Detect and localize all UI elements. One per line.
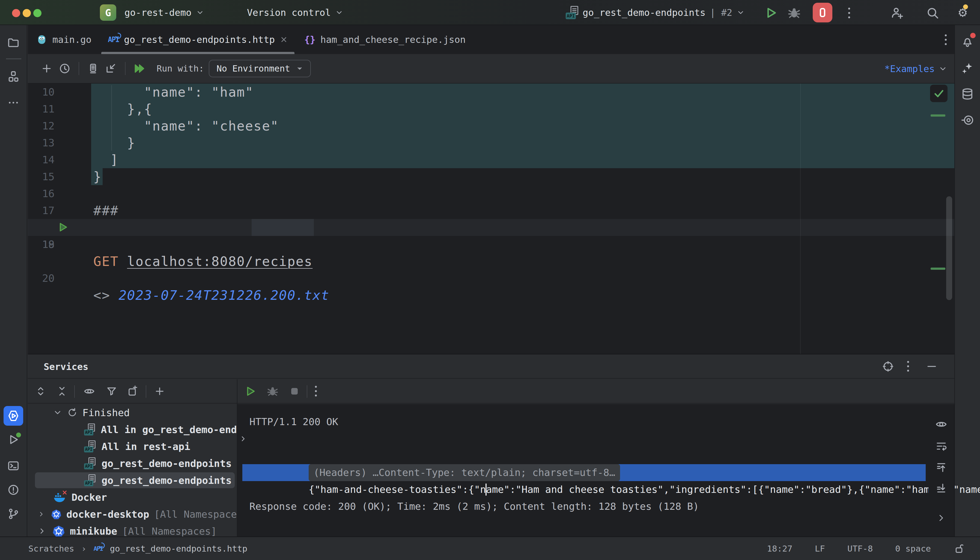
- error-stripe-mark: [930, 114, 945, 117]
- search-everywhere-button[interactable]: [926, 6, 939, 20]
- tree-node-request[interactable]: API All in rest-api: [28, 438, 237, 455]
- http-request-icon: API: [108, 35, 119, 44]
- editor-scrollbar[interactable]: [946, 196, 952, 300]
- inspections-status-widget[interactable]: [930, 85, 947, 102]
- project-logo: G: [100, 4, 116, 21]
- tree-node-request-selected[interactable]: API go_rest_demo-endpoints: [28, 472, 237, 489]
- tree-node-finished[interactable]: Finished: [28, 404, 237, 421]
- expand-all-button[interactable]: [32, 382, 50, 400]
- chevron-down-icon[interactable]: [53, 408, 62, 417]
- run-configuration-selector[interactable]: API go_rest_demo-endpoints | #2: [566, 0, 745, 25]
- response-console[interactable]: HTTP/1.1 200 OK (Headers) …Content-Type:…: [238, 404, 929, 537]
- code-with-me-button[interactable]: [890, 6, 904, 20]
- ai-assistant-button[interactable]: [958, 58, 977, 78]
- panel-options-button[interactable]: [907, 361, 909, 372]
- tree-node-kubernetes[interactable]: docker-desktop [All Namespace: [28, 506, 237, 523]
- vcs-menu[interactable]: Version control: [247, 0, 343, 25]
- tree-node-docker[interactable]: Docker: [28, 489, 237, 506]
- api-file-icon: API: [84, 440, 96, 452]
- import-requests-button[interactable]: [102, 60, 120, 78]
- http-request-icon: API: [94, 545, 103, 552]
- notification-badge: [970, 33, 976, 38]
- maximize-window-button[interactable]: [33, 9, 42, 17]
- response-toolbar: [929, 404, 954, 537]
- examples-dropdown[interactable]: *Examples: [884, 54, 947, 83]
- add-service-button[interactable]: [151, 382, 169, 400]
- response-summary-line: Response code: 200 (OK); Time: 2ms (2 ms…: [238, 498, 929, 515]
- tab-json-file[interactable]: {} ham_and_cheese_recipe.json: [296, 25, 474, 54]
- api-file-icon: API: [84, 423, 96, 435]
- json-file-icon: {}: [304, 34, 316, 45]
- breadcrumb[interactable]: Scratches › API go_rest_demo-endpoints.h…: [0, 543, 247, 553]
- indent-widget[interactable]: 0 space: [895, 543, 931, 553]
- request-history-button[interactable]: [56, 60, 74, 78]
- toolbar-separator: [307, 385, 307, 398]
- services-tool-button[interactable]: [3, 406, 23, 426]
- more-tool-windows-button[interactable]: [3, 93, 23, 112]
- stop-button[interactable]: [813, 3, 832, 22]
- chevron-right-icon[interactable]: [38, 527, 47, 535]
- add-request-button[interactable]: [38, 60, 56, 78]
- show-options-button[interactable]: [882, 360, 894, 372]
- filter-button[interactable]: [103, 382, 121, 400]
- debug-request-button[interactable]: [264, 382, 282, 400]
- readonly-toggle[interactable]: [953, 543, 965, 554]
- environment-selector[interactable]: No Environment: [209, 60, 311, 77]
- debug-button[interactable]: [787, 6, 801, 20]
- collapse-all-button[interactable]: [53, 382, 71, 400]
- tree-node-request[interactable]: API go_rest_demo-endpoints: [28, 455, 237, 472]
- response-file-link[interactable]: 2023-07-24T231226.200.txt: [119, 288, 329, 303]
- endpoints-button[interactable]: [958, 110, 977, 130]
- close-window-button[interactable]: [12, 9, 20, 17]
- scroll-to-bottom-button[interactable]: [935, 482, 947, 494]
- view-options-button[interactable]: [80, 382, 98, 400]
- project-tool-button[interactable]: [3, 33, 23, 52]
- run-all-requests-button[interactable]: [130, 60, 148, 78]
- notifications-button[interactable]: [958, 31, 977, 51]
- run-active-badge: [16, 432, 21, 437]
- error-stripe-mark: [930, 268, 945, 270]
- expand-panel-button[interactable]: [936, 513, 947, 523]
- more-actions-button[interactable]: [315, 386, 317, 397]
- tab-main-go[interactable]: main.go: [28, 25, 100, 54]
- soft-wrap-button[interactable]: [935, 440, 947, 452]
- preview-options-button[interactable]: [935, 418, 947, 430]
- copy-request-button[interactable]: [84, 60, 102, 78]
- run-request-gutter-icon[interactable]: [57, 221, 69, 233]
- structure-tool-button[interactable]: [3, 67, 23, 86]
- tree-node-request[interactable]: API All in go_rest_demo-end: [28, 421, 237, 438]
- text-caret: [485, 483, 487, 495]
- ide-window: G go-rest-demo Version control API go_re…: [0, 0, 980, 560]
- project-menu[interactable]: go-rest-demo: [125, 0, 204, 25]
- services-toolbar: [28, 379, 954, 403]
- stop-request-button[interactable]: [286, 382, 304, 400]
- problems-tool-button[interactable]: [3, 480, 23, 500]
- tab-options-button[interactable]: [945, 34, 947, 45]
- encoding-widget[interactable]: UTF-8: [847, 543, 873, 553]
- chevron-right-icon[interactable]: [38, 510, 45, 518]
- tab-http-file[interactable]: API go_rest_demo-endpoints.http: [100, 25, 296, 54]
- editor-pane[interactable]: 10 "name": "ham" 11 },{ 12 "name": "chee…: [28, 83, 954, 354]
- services-header[interactable]: Services: [28, 354, 954, 379]
- run-button[interactable]: [764, 6, 778, 20]
- caret-position-widget[interactable]: 18:27: [767, 543, 792, 553]
- hide-panel-button[interactable]: [926, 360, 938, 372]
- terminal-tool-button[interactable]: [3, 456, 23, 476]
- close-icon[interactable]: [280, 35, 288, 44]
- scroll-to-top-button[interactable]: [935, 462, 947, 473]
- disconnected-badge: [61, 490, 68, 495]
- version-control-tool-button[interactable]: [3, 504, 23, 524]
- response-file-line: 20 <> 2023-07-24T231226.200.txt: [28, 253, 954, 270]
- api-file-icon: API: [84, 474, 96, 486]
- services-title: Services: [44, 354, 88, 379]
- run-tool-button[interactable]: [3, 430, 23, 449]
- settings-button[interactable]: ⚙: [958, 4, 967, 20]
- minimize-window-button[interactable]: [23, 9, 31, 17]
- rerun-request-button[interactable]: [241, 382, 259, 400]
- line-separator-widget[interactable]: LF: [815, 543, 825, 553]
- open-in-new-tab-button[interactable]: [124, 382, 142, 400]
- database-button[interactable]: [958, 84, 977, 104]
- more-run-actions-button[interactable]: [848, 8, 850, 18]
- fold-chevron-icon[interactable]: [239, 435, 247, 443]
- tree-node-kubernetes[interactable]: minikube [All Namespaces]: [28, 523, 237, 537]
